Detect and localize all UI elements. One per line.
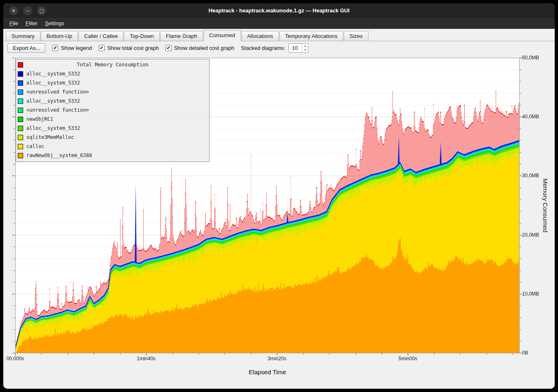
legend-label: alloc__system_5332 (26, 80, 80, 86)
legend-label: rawNewObj__system_6388 (26, 153, 92, 158)
legend-label: calloc (26, 143, 44, 149)
spin-up-icon[interactable]: ▴ (302, 44, 308, 48)
checkbox-show-legend[interactable]: ✔Show legend (52, 45, 92, 51)
legend-swatch (18, 108, 23, 113)
title-bar[interactable]: ✕–▢ Heaptrack - heaptrack.wakunode.1.gz … (3, 3, 555, 18)
close-button-icon[interactable]: ✕ (9, 6, 18, 15)
legend-item: calloc (16, 142, 209, 151)
legend-swatch (18, 80, 23, 86)
tab-temporary-allocations[interactable]: Temporary Allocations (279, 31, 343, 41)
stacked-diagrams-group: Stacked diagrams: 10 ▴ ▾ (241, 43, 309, 53)
legend-item: alloc__system_5332 (16, 96, 209, 106)
legend-label: <unresolved function> (26, 89, 89, 95)
legend-swatch (18, 71, 23, 77)
legend-item: newObjRC1 (16, 115, 209, 124)
window-controls: ✕–▢ (9, 6, 46, 15)
chart-region: Total Memory Consumptionalloc__system_53… (3, 54, 555, 389)
y-tick-label: 0B (522, 350, 528, 356)
checkbox-icon[interactable]: ✔ (166, 45, 172, 51)
legend-label: alloc__system_5332 (26, 98, 80, 104)
stacked-diagrams-value: 10 (289, 44, 302, 52)
menu-filter[interactable]: Filter (22, 19, 41, 29)
x-tick-label: 1min40s (137, 356, 155, 361)
legend-item: <unresolved function> (16, 106, 209, 115)
tab-top-down[interactable]: Top-Down (124, 31, 160, 41)
screen: ✕–▢ Heaptrack - heaptrack.wakunode.1.gz … (0, 0, 558, 392)
checkbox-show-detailed-cost-graph[interactable]: ✔Show detailed cost graph (166, 45, 234, 51)
tab-allocations[interactable]: Allocations (241, 31, 279, 41)
tab-summary[interactable]: Summary (6, 31, 40, 41)
maximize-button-icon[interactable]: ▢ (37, 6, 46, 15)
legend-swatch (18, 126, 23, 131)
tab-bottom-up[interactable]: Bottom-Up (41, 31, 78, 41)
legend-swatch (18, 117, 23, 122)
legend-item: <unresolved function> (16, 87, 209, 96)
legend-item: sqlite3MemMalloc (16, 133, 209, 142)
y-tick-label: 20,0MB (522, 232, 539, 238)
spinner-arrows: ▴ ▾ (302, 44, 308, 52)
legend-swatch (18, 144, 23, 149)
content: SummaryBottom-UpCaller / CalleeTop-DownF… (3, 29, 555, 389)
legend-swatch (18, 153, 23, 158)
checkbox-label: Show total cost graph (107, 45, 159, 51)
toolbar-checkboxes: ✔Show legend✔Show total cost graph✔Show … (52, 45, 234, 51)
window-title: Heaptrack - heaptrack.wakunode.1.gz — He… (3, 3, 555, 18)
export-as-button[interactable]: Export As... (7, 43, 45, 53)
checkbox-icon[interactable]: ✔ (52, 45, 58, 51)
minimize-button-icon[interactable]: – (23, 6, 32, 15)
y-tick-label: 40,0MB (522, 114, 539, 120)
legend-title-row: Total Memory Consumption (16, 60, 209, 69)
stacked-diagrams-label: Stacked diagrams: (241, 45, 286, 51)
x-tick-label: 5min00s (399, 356, 417, 361)
x-tick-label: 3min20s (268, 356, 286, 361)
app-window: ✕–▢ Heaptrack - heaptrack.wakunode.1.gz … (3, 3, 555, 389)
checkbox-label: Show legend (61, 45, 92, 51)
y-tick-label: 10,0MB (522, 291, 539, 297)
legend-label: alloc__system_5332 (26, 125, 80, 131)
legend-label: newObjRC1 (26, 116, 53, 122)
tab-flame-graph[interactable]: Flame Graph (160, 31, 203, 41)
x-axis-title: Elapsed Time (226, 369, 309, 376)
tab-bar: SummaryBottom-UpCaller / CalleeTop-DownF… (3, 29, 555, 41)
legend-item: alloc__system_5332 (16, 69, 209, 78)
spin-down-icon[interactable]: ▾ (302, 48, 308, 52)
checkbox-icon[interactable]: ✔ (99, 45, 105, 51)
legend-label: sqlite3MemMalloc (26, 134, 74, 140)
y-tick-label: 30,0MB (522, 173, 539, 178)
tab-sizes[interactable]: Sizes (344, 31, 369, 41)
menu-settings[interactable]: Settings (41, 19, 68, 29)
legend-label: alloc__system_5332 (26, 71, 80, 77)
legend-label: <unresolved function> (26, 107, 89, 113)
tab-caller-callee[interactable]: Caller / Callee (78, 31, 124, 41)
chart-legend: Total Memory Consumptionalloc__system_53… (16, 59, 210, 162)
stacked-diagrams-spinbox[interactable]: 10 ▴ ▾ (288, 43, 308, 53)
legend-item: alloc__system_5332 (16, 124, 209, 133)
toolbar: Export As... ✔Show legend✔Show total cos… (3, 41, 555, 54)
legend-item: rawNewObj__system_6388 (16, 151, 209, 160)
y-tick-label: 50,0MB (522, 55, 539, 61)
menu-file[interactable]: File (6, 19, 22, 29)
y-axis-title: Memory Consumed (542, 58, 549, 353)
checkbox-show-total-cost-graph[interactable]: ✔Show total cost graph (99, 45, 159, 51)
legend-swatch (18, 89, 23, 95)
legend-swatch (18, 135, 23, 140)
tab-consumed[interactable]: Consumed (203, 30, 241, 41)
legend-title: Total Memory Consumption (16, 62, 209, 68)
legend-swatch (18, 99, 23, 104)
x-tick-label: 00.000s (7, 356, 24, 361)
legend-item: alloc__system_5332 (16, 78, 209, 87)
menu-bar: FileFilterSettings (3, 18, 555, 29)
checkbox-label: Show detailed cost graph (174, 45, 234, 51)
